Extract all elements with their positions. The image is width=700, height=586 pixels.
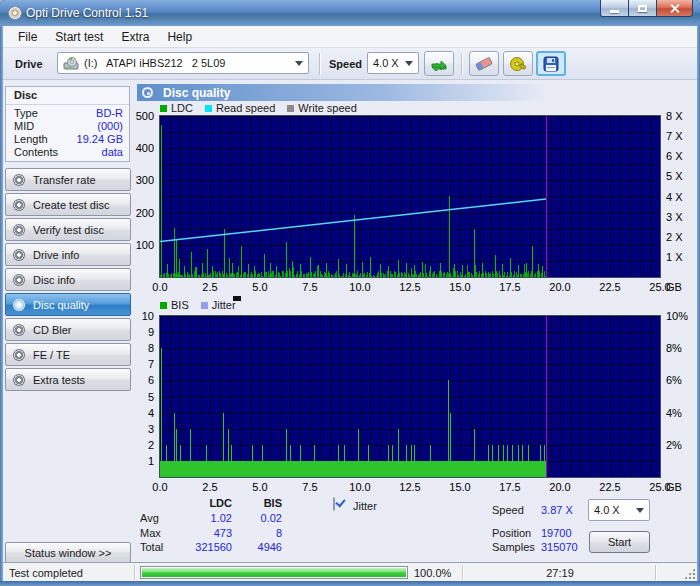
axis-tick: 2 [148, 439, 154, 451]
axis-tick: 10 [142, 310, 154, 322]
sidebar-item-label: Disc info [33, 274, 75, 286]
axis-tick: 300 [136, 174, 154, 186]
elapsed-time: 27:19 [530, 567, 590, 579]
stats-max-ldc: 473 [160, 527, 232, 539]
legend-swatch [287, 105, 294, 112]
menu-file[interactable]: File [9, 27, 46, 47]
disc-icon [13, 249, 25, 261]
speed-result-label: Speed [492, 504, 524, 516]
axis-tick: 12.5 [393, 481, 427, 493]
ldc-chart-left-axis: 100200300400500 [130, 116, 156, 277]
sidebar-item-extra-tests[interactable]: Extra tests [5, 368, 131, 391]
chevron-down-icon [636, 508, 644, 513]
sidebar-item-transfer-rate[interactable]: Transfer rate [5, 168, 131, 191]
close-button[interactable] [656, 0, 693, 17]
axis-tick: 6 [148, 374, 154, 386]
axis-tick: 1 [148, 455, 154, 467]
axis-tick: 10.0 [343, 281, 377, 293]
axis-tick: 7.5 [293, 481, 327, 493]
speed-label: Speed [329, 58, 362, 70]
title-bar[interactable]: Opti Drive Control 1.51 [0, 0, 700, 26]
disc-type-label: Type [14, 107, 38, 119]
jitter-checkbox[interactable] [333, 497, 335, 511]
eraser-icon [475, 56, 493, 71]
speed-select[interactable]: 4.0 X [367, 52, 419, 74]
axis-tick: 2% [666, 439, 682, 451]
axis-tick: 12.5 [393, 281, 427, 293]
save-button[interactable] [536, 51, 566, 76]
axis-tick: 3 [148, 423, 154, 435]
sidebar-item-fe-te[interactable]: FE / TE [5, 343, 131, 366]
ldc-chart-legend: LDCRead speedWrite speed [160, 102, 357, 114]
axis-tick: 22.5 [593, 481, 627, 493]
maximize-button[interactable] [628, 0, 657, 17]
start-button[interactable]: Start [589, 531, 650, 553]
legend-marker [233, 296, 241, 301]
axis-tick: 3 X [666, 211, 683, 223]
refresh-button[interactable] [424, 51, 454, 76]
sidebar-item-disc-quality[interactable]: Disc quality [5, 293, 131, 316]
panel-header: Disc quality [137, 84, 585, 101]
drive-icon [63, 57, 79, 70]
ldc-chart-plot [159, 115, 661, 278]
window-title: Opti Drive Control 1.51 [26, 6, 148, 20]
menu-extra[interactable]: Extra [112, 27, 158, 47]
window-frame-left [0, 26, 3, 581]
disc-icon [13, 224, 25, 236]
disc-icon [13, 374, 25, 386]
axis-tick: 2.5 [193, 281, 227, 293]
sidebar-item-disc-info[interactable]: Disc info [5, 268, 131, 291]
legend-label: LDC [171, 102, 193, 114]
status-window-button-label: Status window >> [25, 547, 112, 559]
erase-disc-button[interactable] [469, 51, 499, 76]
axis-tick: 15.0 [443, 281, 477, 293]
disc-group-title: Disc [14, 89, 37, 101]
test-speed-select[interactable]: 4.0 X [588, 499, 650, 521]
axis-tick: 20.0 [543, 281, 577, 293]
stats-col-ldc: LDC [160, 497, 232, 509]
sidebar-item-verify-test-disc[interactable]: Verify test disc [5, 218, 131, 241]
disc-tools-button[interactable] [503, 51, 533, 76]
status-bar: Test completed 100.0% 27:19 [3, 562, 697, 581]
sidebar-item-cd-bler[interactable]: CD Bler [5, 318, 131, 341]
menu-bar: File Start test Extra Help [3, 26, 697, 48]
axis-tick: 20.0 [543, 481, 577, 493]
sidebar-item-label: CD Bler [33, 324, 72, 336]
stats-avg-bis: 0.02 [236, 512, 282, 524]
menu-help[interactable]: Help [158, 27, 201, 47]
sidebar-item-drive-info[interactable]: Drive info [5, 243, 131, 266]
axis-tick: 10.0 [343, 481, 377, 493]
axis-tick: 100 [136, 239, 154, 251]
axis-tick: 4 X [666, 191, 683, 203]
bis-chart-plot [159, 315, 661, 478]
minimize-button[interactable] [600, 0, 629, 17]
legend-item: BIS [160, 299, 189, 311]
sidebar-item-create-test-disc[interactable]: Create test disc [5, 193, 131, 216]
app-disc-icon [8, 6, 22, 20]
axis-tick: 9 [148, 326, 154, 338]
axis-tick: 5 X [666, 170, 683, 182]
disc-length-value: 19.24 GB [77, 133, 123, 145]
axis-tick: 4% [666, 407, 682, 419]
position-label: Position [492, 527, 531, 539]
stats-avg-ldc: 1.02 [160, 512, 232, 524]
axis-tick: 400 [136, 142, 154, 154]
sidebar-item-label: Verify test disc [33, 224, 104, 236]
disc-tools-icon [509, 56, 527, 72]
test-speed-select-value: 4.0 X [594, 504, 620, 516]
app-window: Opti Drive Control 1.51 File Start test … [0, 0, 700, 586]
axis-tick: 17.5 [493, 281, 527, 293]
axis-tick: 5 [148, 391, 154, 403]
menu-start-test[interactable]: Start test [46, 27, 112, 47]
sidebar-item-label: Drive info [33, 249, 79, 261]
legend-item: Write speed [287, 102, 357, 114]
axis-tick: 15.0 [443, 481, 477, 493]
axis-tick: 22.5 [593, 281, 627, 293]
legend-label: BIS [171, 299, 189, 311]
resize-grip[interactable] [684, 568, 695, 579]
axis-tick: 5.0 [243, 481, 277, 493]
status-window-button[interactable]: Status window >> [5, 542, 131, 563]
disc-icon [13, 174, 25, 186]
refresh-icon [430, 57, 448, 71]
drive-select[interactable]: (I:) ATAPI iHBS212 2 5L09 [57, 52, 309, 74]
